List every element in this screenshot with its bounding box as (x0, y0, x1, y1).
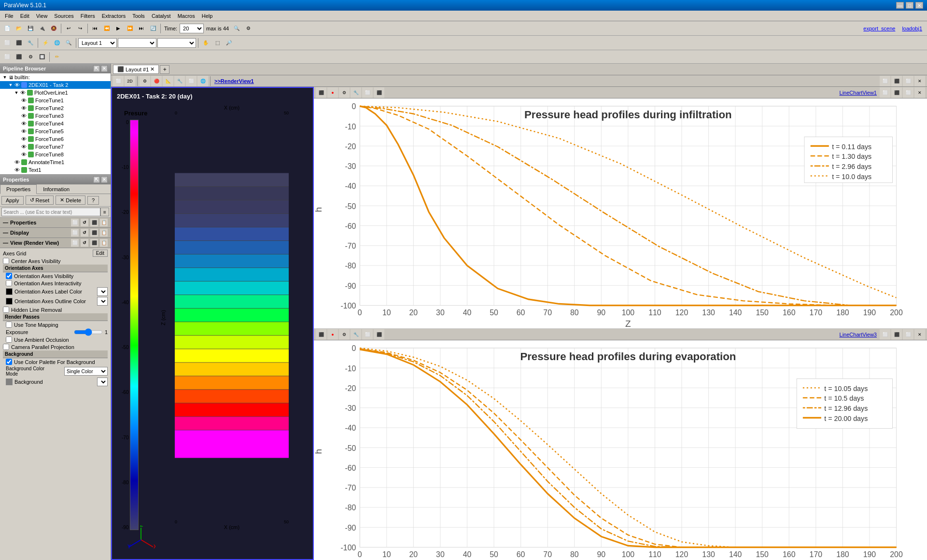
hidden-line-checkbox[interactable] (3, 307, 9, 313)
menu-item-sources[interactable]: Sources (51, 12, 76, 20)
tree-item-ft2[interactable]: 👁 ForceTune2 (0, 104, 111, 112)
time-select[interactable]: 20 (180, 24, 204, 33)
views-tb-btn6[interactable]: ⬜ (186, 76, 197, 86)
tb2-btn6[interactable]: 🔍 (63, 38, 74, 48)
tb2-btn1[interactable]: ⬜ (2, 38, 13, 48)
add-layout-button[interactable]: + (160, 65, 169, 74)
chart3-split-v[interactable]: ⬛ (891, 329, 902, 340)
disconnect-button[interactable]: 🔕 (48, 23, 59, 34)
display-section-btn3[interactable]: ⬛ (90, 229, 98, 237)
properties-scroll-area[interactable]: — Properties ⬜ ↺ ⬛ 📋 — Display ⬜ ↺ ⬛ 📋 (0, 218, 111, 560)
tree-item-ft8[interactable]: 👁 ForceTune8 (0, 151, 111, 158)
menu-item-catalyst[interactable]: Catalyst (149, 12, 174, 20)
views-tb-2d[interactable]: 2D (125, 76, 135, 86)
eye-ft5[interactable]: 👁 (20, 128, 27, 135)
center-axes-checkbox[interactable] (3, 258, 9, 264)
chart1-split-v[interactable]: ⬛ (891, 87, 902, 98)
tree-item-ft3[interactable]: 👁 ForceTune3 (0, 112, 111, 120)
reset-button[interactable]: ↺ Reset (26, 196, 54, 205)
display-section-header[interactable]: — Display ⬜ ↺ ⬛ 📋 (0, 228, 111, 238)
view-section-btn2[interactable]: ↺ (81, 239, 88, 247)
minimize-button[interactable]: — (896, 2, 904, 9)
properties-search-input[interactable] (1, 208, 100, 216)
tb3-pencil[interactable]: ✏ (52, 52, 62, 62)
chart3-tb-btn5[interactable]: ⬜ (362, 329, 373, 340)
view-section-btn4[interactable]: 📋 (100, 239, 108, 247)
expand-builtin[interactable]: ▼ (2, 75, 8, 80)
tab-properties[interactable]: Properties (0, 184, 37, 194)
tree-item-plotoverline1[interactable]: ▼ 👁 PlotOverLine1 (0, 89, 111, 97)
tree-item-2dex01[interactable]: ▼ 👁 2DEX01 - Task 2 (0, 81, 111, 89)
eye-ft2[interactable]: 👁 (20, 105, 27, 112)
views-tb-btn3[interactable]: 🔴 (151, 76, 162, 86)
tb2-btn4[interactable]: ⚡ (40, 38, 51, 48)
orient-axes-outline-color-select[interactable] (97, 297, 108, 306)
view-split-h[interactable]: ⬜ (880, 76, 890, 86)
menu-item-view[interactable]: View (33, 12, 51, 20)
axes-grid-edit-button[interactable]: Edit (93, 250, 108, 257)
redo-button[interactable]: ↪ (75, 23, 85, 34)
layout-tab-1-close[interactable]: ✕ (150, 66, 154, 72)
view-close2[interactable]: ✕ (914, 76, 925, 86)
eye-ft8[interactable]: 👁 (20, 151, 27, 158)
prev-frame-button[interactable]: ⏪ (101, 23, 112, 34)
eye-annotate1[interactable]: 👁 (14, 159, 20, 166)
eye-ft1[interactable]: 👁 (20, 97, 27, 104)
menu-item-file[interactable]: File (2, 12, 16, 20)
tree-item-builtin[interactable]: ▼ 🖥 builtin: (0, 73, 111, 81)
search-button[interactable]: 🔍 (231, 23, 242, 34)
view-split-v[interactable]: ⬛ (891, 76, 902, 86)
tree-item-ft5[interactable]: 👁 ForceTune5 (0, 127, 111, 135)
search-submit-button[interactable]: ≡ (100, 208, 109, 216)
connect-button[interactable]: 🔌 (37, 23, 47, 34)
chart1-tb-btn3[interactable]: ⚙ (339, 87, 350, 98)
expand-plotoverline1[interactable]: ▼ (14, 90, 19, 95)
tone-mapping-checkbox[interactable] (6, 322, 12, 328)
background-color-swatch[interactable] (6, 378, 13, 385)
prop-section-btn4[interactable]: 📋 (100, 219, 108, 226)
tb3-btn2[interactable]: ⬛ (14, 52, 24, 62)
tree-item-ft6[interactable]: 👁 ForceTune6 (0, 135, 111, 143)
move-mode-button[interactable]: ✋ (200, 38, 211, 48)
views-tb-btn5[interactable]: 🔧 (174, 76, 185, 86)
render-passes-header[interactable]: Render Passes (3, 313, 108, 321)
tb2-btn2[interactable]: ⬛ (14, 38, 24, 48)
tree-item-text1[interactable]: 👁 Text1 (0, 166, 111, 174)
pipeline-close-button[interactable]: ✕ (101, 65, 108, 72)
chart3-max[interactable]: ⬜ (903, 329, 913, 340)
views-tb-btn2[interactable]: ⚙ (140, 76, 150, 86)
orient-axes-interactivity-checkbox[interactable] (6, 280, 12, 286)
delete-button[interactable]: ✕ Delete (56, 196, 85, 205)
expand-2dex01[interactable]: ▼ (8, 83, 14, 87)
new-button[interactable]: 📄 (2, 23, 13, 34)
bg-select[interactable] (97, 378, 108, 386)
properties-close-button[interactable]: ✕ (101, 176, 108, 183)
menu-item-tools[interactable]: Tools (129, 12, 148, 20)
exposure-slider[interactable] (74, 329, 103, 335)
orient-axes-label-color-swatch[interactable] (6, 288, 13, 295)
maximize-button[interactable]: □ (906, 2, 913, 9)
menu-item-edit[interactable]: Edit (17, 12, 32, 20)
eye-plotoverline1[interactable]: 👁 (19, 89, 26, 96)
first-frame-button[interactable]: ⏮ (90, 23, 100, 34)
menu-item-filters[interactable]: Filters (78, 12, 98, 20)
chart3-split-h[interactable]: ⬜ (880, 329, 890, 340)
chart3-tb-btn6[interactable]: ⬛ (374, 329, 384, 340)
undo-button[interactable]: ↩ (63, 23, 74, 34)
chart3-tb-btn3[interactable]: ⚙ (339, 329, 350, 340)
prop-section-btn3[interactable]: ⬛ (90, 219, 98, 226)
tree-item-annotate1[interactable]: 👁 AnnotateTime1 (0, 158, 111, 166)
view-max[interactable]: ⬜ (903, 76, 913, 86)
eye-ft6[interactable]: 👁 (20, 136, 27, 142)
chart3-tb-btn1[interactable]: ⬛ (316, 329, 326, 340)
properties-float-button[interactable]: ⇱ (93, 176, 100, 183)
menu-item-help[interactable]: Help (199, 12, 216, 20)
last-frame-button[interactable]: ⏭ (136, 23, 147, 34)
bg-color-mode-select[interactable]: Single Color (64, 367, 108, 376)
view-section-btn1[interactable]: ⬜ (71, 239, 79, 247)
next-frame-button[interactable]: ⏩ (125, 23, 135, 34)
chart3-tb-btn4[interactable]: 🔧 (351, 329, 361, 340)
tb2-btn3[interactable]: 🔧 (25, 38, 36, 48)
orientation-axes-header[interactable]: Orientation Axes (3, 265, 108, 272)
apply-button[interactable]: Apply (1, 196, 24, 205)
